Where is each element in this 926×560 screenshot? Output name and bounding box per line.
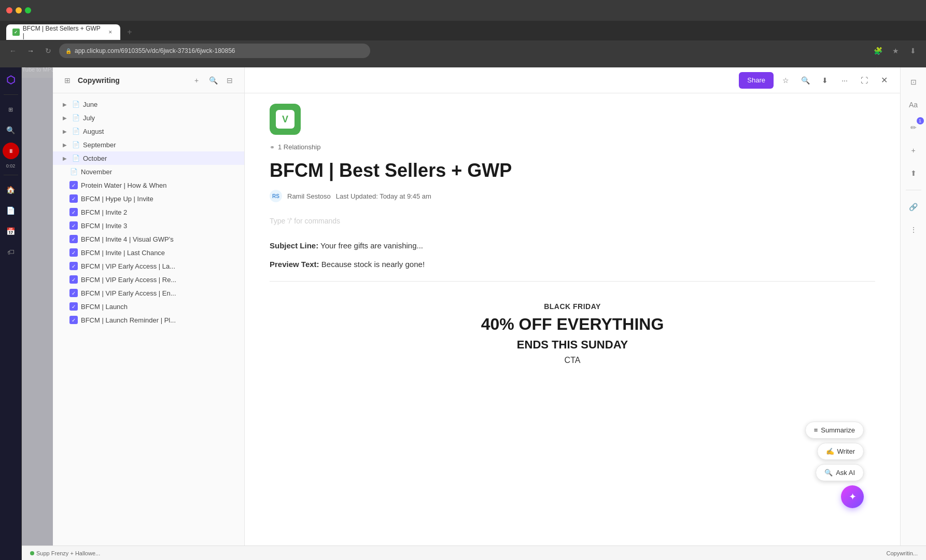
nav-item-last-chance[interactable]: ✓ BFCM | Invite | Last Chance — [53, 246, 244, 259]
nav-item-hype-up[interactable]: ✓ BFCM | Hype Up | Invite — [53, 192, 244, 205]
chevron-right-icon: ▶ — [61, 101, 68, 108]
search-toolbar-button[interactable]: 🔍 — [797, 73, 813, 88]
pencil-button[interactable]: ✏ 1 — [905, 119, 922, 136]
status-dot-icon — [30, 551, 34, 555]
browser-titlebar — [0, 0, 926, 21]
command-hint[interactable]: Type '/' for commands — [270, 213, 875, 229]
clickup-sidebar: ⬡ ⊞ 🔍 ⏸ 0:02 🏠 📄 📅 🏷 — [0, 67, 22, 560]
nav-item-invite3[interactable]: ✓ BFCM | Invite 3 — [53, 219, 244, 232]
star-button[interactable]: ☆ — [778, 73, 793, 88]
downloads-button[interactable]: ⬇ — [906, 44, 920, 58]
add-icon: + — [911, 146, 915, 155]
import-button[interactable]: ⬇ — [817, 73, 833, 88]
nav-item-july[interactable]: ▶ 📄 July — [53, 111, 244, 124]
doc-icon: 📄 — [72, 127, 80, 135]
doc-sidebar-title: Copywriting — [78, 76, 186, 85]
nav-item-label: BFCM | Hype Up | Invite — [81, 195, 238, 203]
sidebar-toggle-icon[interactable]: ⊞ — [61, 74, 74, 87]
extensions-button[interactable]: 🧩 — [871, 44, 885, 58]
more-button[interactable]: ··· — [837, 73, 852, 88]
status-bar: Supp Frenzy + Hallowe... Copywritin... — [22, 545, 926, 560]
clickup-logo[interactable]: ⬡ — [3, 72, 19, 88]
nav-item-launch[interactable]: ✓ BFCM | Launch — [53, 300, 244, 313]
recording-time: 0:02 — [6, 163, 16, 169]
check-icon: ✓ — [69, 316, 78, 324]
nav-item-august[interactable]: ▶ 📄 August — [53, 124, 244, 138]
email-preview: BLACK FRIDAY 40% OFF EVERYTHING ENDS THI… — [270, 292, 875, 375]
nav-item-vip-la[interactable]: ✓ BFCM | VIP Early Access | La... — [53, 259, 244, 273]
forward-button[interactable]: → — [24, 44, 37, 58]
writer-button[interactable]: ✍ Writer — [817, 443, 864, 460]
sidebar-calendar-icon[interactable]: 📅 — [3, 223, 19, 240]
nav-item-label: September — [83, 141, 238, 149]
sidebar-docs-icon[interactable]: 📄 — [3, 202, 19, 219]
sidebar-home-icon[interactable]: 🏠 — [3, 181, 19, 198]
nav-item-november[interactable]: 📄 November — [53, 165, 244, 178]
nav-item-protein-water[interactable]: ✓ Protein Water | How & When — [53, 178, 244, 192]
doc-title: BFCM | Best Sellers + GWP — [270, 159, 875, 181]
nav-item-label: BFCM | Launch — [81, 303, 238, 311]
nav-item-vip-re[interactable]: ✓ BFCM | VIP Early Access | Re... — [53, 273, 244, 286]
close-button[interactable] — [6, 7, 12, 13]
activity-button[interactable]: ⊡ — [905, 74, 922, 90]
bookmark-button[interactable]: ★ — [889, 44, 902, 58]
overlay: ⊞ Copywriting + 🔍 ⊟ ▶ 📄 June — [22, 67, 926, 560]
summarize-button[interactable]: ≡ Summarize — [805, 422, 864, 439]
sidebar-search-icon[interactable]: 🔍 — [3, 122, 19, 138]
sidebar-tag-icon[interactable]: 🏷 — [3, 244, 19, 260]
tab-close-button[interactable]: ✕ — [107, 29, 114, 36]
nav-item-vip-en[interactable]: ✓ BFCM | VIP Early Access | En... — [53, 286, 244, 300]
chevron-right-icon: ▶ — [61, 114, 68, 121]
status-right[interactable]: Copywritin... — [886, 550, 918, 556]
check-icon: ✓ — [69, 194, 78, 203]
more-options-button[interactable]: ⋮ — [905, 221, 922, 238]
nav-item-october[interactable]: ▶ 📄 October — [53, 151, 244, 165]
new-tab-button[interactable]: + — [122, 25, 137, 39]
recording-indicator[interactable]: ⏸ — [3, 143, 19, 159]
minimize-button[interactable] — [16, 7, 22, 13]
nav-item-launch-reminder[interactable]: ✓ BFCM | Launch Reminder | Pl... — [53, 313, 244, 327]
ask-ai-button[interactable]: 🔍 Ask AI — [816, 464, 864, 481]
nav-item-label: June — [83, 101, 238, 108]
sidebar-search-button[interactable]: 🔍 — [207, 74, 219, 87]
refresh-button[interactable]: ↻ — [41, 44, 55, 58]
sidebar-add-button[interactable]: + — [190, 74, 203, 87]
doc-icon: 📄 — [72, 141, 80, 149]
nav-item-september[interactable]: ▶ 📄 September — [53, 138, 244, 151]
maximize-button[interactable] — [25, 7, 31, 13]
ai-bubble-button[interactable]: ✦ — [841, 485, 864, 508]
pencil-icon: ✏ — [910, 123, 917, 132]
back-button[interactable]: ← — [6, 44, 20, 58]
nav-item-june[interactable]: ▶ 📄 June — [53, 97, 244, 111]
status-left[interactable]: Supp Frenzy + Hallowe... — [30, 550, 100, 556]
link-button[interactable]: 🔗 — [905, 199, 922, 215]
relationship-bar[interactable]: ⚭ 1 Relationship — [270, 143, 875, 151]
share-button[interactable]: Share — [739, 72, 774, 89]
sidebar-layout-button[interactable]: ⊟ — [223, 74, 236, 87]
nav-item-label: November — [81, 168, 238, 176]
nav-item-invite2[interactable]: ✓ BFCM | Invite 2 — [53, 205, 244, 219]
nav-item-label: BFCM | Invite | Last Chance — [81, 249, 238, 257]
nav-item-invite4[interactable]: ✓ BFCM | Invite 4 | Visual GWP's — [53, 232, 244, 246]
main-area: ⬡ ⊞ 🔍 ⏸ 0:02 🏠 📄 📅 🏷 ⊞ Copywriting — [0, 67, 926, 560]
email-section-label: BLACK FRIDAY — [270, 302, 875, 311]
close-button[interactable]: ✕ — [876, 73, 892, 88]
active-tab[interactable]: ✓ BFCM | Best Sellers + GWP | ✕ — [6, 24, 120, 40]
text-size-button[interactable]: Aa — [905, 96, 922, 113]
author-avatar: RS — [270, 190, 282, 202]
preview-text-label: Preview Text: — [270, 260, 319, 269]
logo-text: V — [282, 114, 288, 125]
nav-item-label: August — [83, 128, 238, 135]
doc-icon: 📄 — [72, 100, 80, 108]
add-button[interactable]: + — [905, 142, 922, 159]
sidebar-grid-icon[interactable]: ⊞ — [3, 101, 19, 118]
ai-bubble-icon: ✦ — [849, 491, 857, 502]
upload-button[interactable]: ⬆ — [905, 165, 922, 181]
nav-item-label: BFCM | VIP Early Access | Re... — [81, 276, 238, 284]
fullscreen-button[interactable]: ⛶ — [857, 73, 872, 88]
ask-ai-icon: 🔍 — [824, 469, 833, 477]
address-bar[interactable]: 🔒 app.clickup.com/6910355/v/dc/6jwck-373… — [59, 44, 370, 58]
doc-divider — [270, 281, 875, 282]
nav-item-label: BFCM | Invite 2 — [81, 208, 238, 216]
nav-item-label: BFCM | VIP Early Access | La... — [81, 262, 238, 270]
